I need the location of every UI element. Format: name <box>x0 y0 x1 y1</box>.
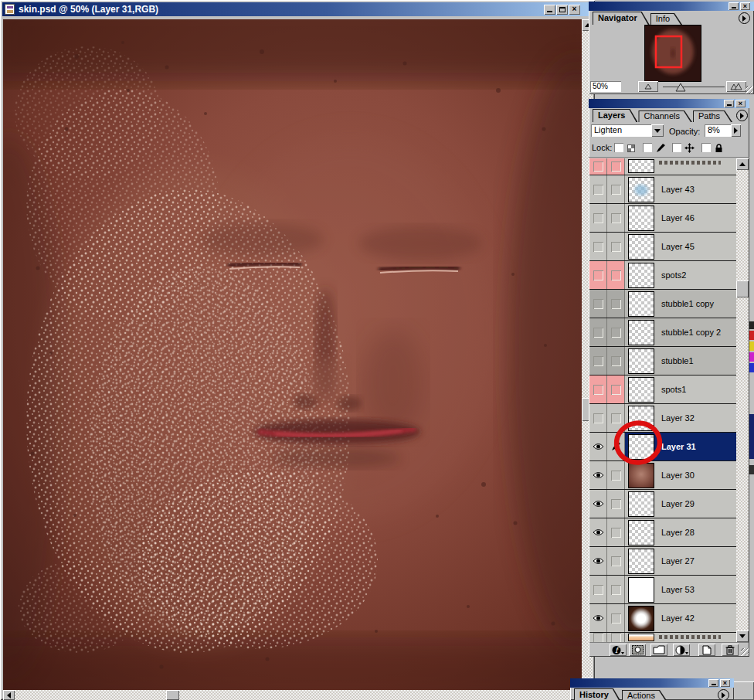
layer-main[interactable]: Layer 42 <box>625 604 737 632</box>
navigator-preview[interactable] <box>644 25 701 82</box>
layer-link-cell[interactable] <box>607 576 625 603</box>
layer-row[interactable]: Layer 43 <box>589 175 737 204</box>
layer-link-cell[interactable] <box>607 204 625 232</box>
navigator-titlebar[interactable]: × <box>589 2 754 11</box>
layer-visibility-toggle[interactable] <box>589 433 607 460</box>
layer-thumbnail[interactable] <box>628 434 654 460</box>
lock-position-checkbox[interactable] <box>672 143 681 152</box>
layer-link-cell[interactable] <box>607 318 625 346</box>
layer-thumbnail[interactable] <box>628 491 654 517</box>
add-mask-button[interactable] <box>629 644 646 656</box>
zoom-slider-thumb[interactable] <box>675 81 686 95</box>
layers-scroll-thumb[interactable] <box>736 280 749 297</box>
layer-main[interactable]: Layer 29 <box>625 490 737 518</box>
layer-thumbnail[interactable] <box>628 520 654 545</box>
layer-thumbnail[interactable] <box>628 549 654 574</box>
palette-resize-grip[interactable] <box>746 86 753 93</box>
layer-thumbnail[interactable] <box>628 606 654 631</box>
layer-main[interactable] <box>625 158 737 175</box>
layer-thumbnail[interactable] <box>628 206 654 231</box>
scroll-down-button[interactable] <box>736 630 749 642</box>
layer-link-cell[interactable] <box>607 604 625 632</box>
layer-visibility-toggle[interactable] <box>589 290 607 318</box>
layer-row[interactable]: Layer 42 <box>589 604 737 633</box>
layer-visibility-toggle[interactable] <box>589 404 607 432</box>
layer-link-cell[interactable] <box>607 347 625 375</box>
zoom-out-button[interactable] <box>638 81 658 92</box>
layer-main[interactable]: Layer 43 <box>625 175 737 203</box>
palette-close-button[interactable]: × <box>740 2 750 10</box>
layer-visibility-toggle[interactable] <box>589 633 607 642</box>
layer-link-cell[interactable] <box>607 490 625 518</box>
palette-menu-button[interactable] <box>718 689 729 700</box>
layer-row[interactable]: Layer 27 <box>589 547 737 576</box>
layer-main[interactable]: stubble1 copy 2 <box>625 318 737 346</box>
horizontal-scroll-track[interactable] <box>15 690 570 700</box>
lock-pixels-checkbox[interactable] <box>643 143 652 152</box>
layer-main[interactable]: Layer 30 <box>625 461 737 489</box>
layer-thumbnail[interactable] <box>628 263 654 288</box>
layer-row[interactable]: Layer 30 <box>589 461 737 490</box>
blend-mode-select[interactable]: Lighten <box>591 124 651 137</box>
layer-row[interactable]: spots1 <box>589 375 737 404</box>
tab-layers[interactable]: Layers <box>593 109 637 122</box>
scroll-left-button[interactable] <box>3 690 15 700</box>
layer-main[interactable]: Layer 53 <box>625 576 737 603</box>
opacity-input[interactable]: 8% <box>705 124 731 137</box>
layer-link-cell[interactable] <box>607 175 625 203</box>
layer-thumbnail[interactable] <box>628 177 654 202</box>
layer-main[interactable]: spots1 <box>625 375 737 403</box>
layer-row[interactable] <box>589 158 737 175</box>
layer-visibility-toggle[interactable] <box>589 461 607 489</box>
horizontal-scroll-thumb[interactable] <box>166 690 179 700</box>
layer-thumbnail[interactable] <box>628 320 654 345</box>
lock-all-checkbox[interactable] <box>701 143 711 152</box>
layer-visibility-toggle[interactable] <box>589 604 607 632</box>
minimize-button[interactable] <box>544 5 555 15</box>
layer-visibility-toggle[interactable] <box>589 518 607 546</box>
layer-row[interactable] <box>589 633 737 642</box>
layers-titlebar[interactable]: × <box>589 99 749 108</box>
navigator-zoom-input[interactable]: 50% <box>590 81 621 92</box>
lock-transparency-checkbox[interactable] <box>614 143 623 152</box>
layer-style-button[interactable]: f <box>610 644 627 656</box>
layer-visibility-toggle[interactable] <box>589 175 607 203</box>
layer-link-cell[interactable] <box>607 461 625 489</box>
layer-visibility-toggle[interactable] <box>589 261 607 289</box>
blend-mode-dropdown-arrow[interactable] <box>651 124 664 137</box>
layer-main[interactable]: spots2 <box>625 261 737 289</box>
layer-main[interactable]: stubble1 copy <box>625 290 737 318</box>
layers-scrollbar[interactable] <box>736 158 749 642</box>
layer-row[interactable]: stubble1 <box>589 347 737 375</box>
layer-link-cell[interactable] <box>607 547 625 575</box>
maximize-button[interactable] <box>556 5 568 15</box>
layer-visibility-toggle[interactable] <box>589 233 607 260</box>
layer-link-cell[interactable] <box>607 404 625 432</box>
layer-visibility-toggle[interactable] <box>589 204 607 232</box>
tab-history[interactable]: History <box>574 688 621 700</box>
layer-thumbnail[interactable] <box>628 234 654 260</box>
layer-link-cell[interactable] <box>607 518 625 546</box>
close-button[interactable]: × <box>569 5 580 15</box>
palette-minimize-button[interactable] <box>708 679 718 687</box>
layer-visibility-toggle[interactable] <box>589 490 607 518</box>
layer-thumbnail[interactable] <box>628 291 654 317</box>
layer-visibility-toggle[interactable] <box>589 347 607 375</box>
layer-thumbnail[interactable] <box>628 577 654 603</box>
layer-thumbnail[interactable] <box>628 159 654 173</box>
document-titlebar[interactable]: skin.psd @ 50% (Layer 31,RGB) × <box>2 2 593 16</box>
scroll-up-button[interactable] <box>736 158 749 170</box>
layer-row[interactable]: Layer 46 <box>589 204 737 233</box>
palette-resize-grip[interactable] <box>741 648 749 656</box>
layer-visibility-toggle[interactable] <box>589 547 607 575</box>
layer-link-cell[interactable] <box>607 158 625 175</box>
layers-scroll-track[interactable] <box>736 170 749 630</box>
tab-channels[interactable]: Channels <box>638 110 691 122</box>
layer-link-cell[interactable] <box>607 433 625 460</box>
layer-main[interactable] <box>625 633 737 642</box>
layer-main[interactable]: Layer 46 <box>625 204 737 232</box>
palette-close-button[interactable]: × <box>720 679 730 687</box>
layer-main[interactable]: Layer 28 <box>625 518 737 546</box>
document-canvas[interactable] <box>3 19 582 690</box>
layer-link-cell[interactable] <box>607 261 625 289</box>
